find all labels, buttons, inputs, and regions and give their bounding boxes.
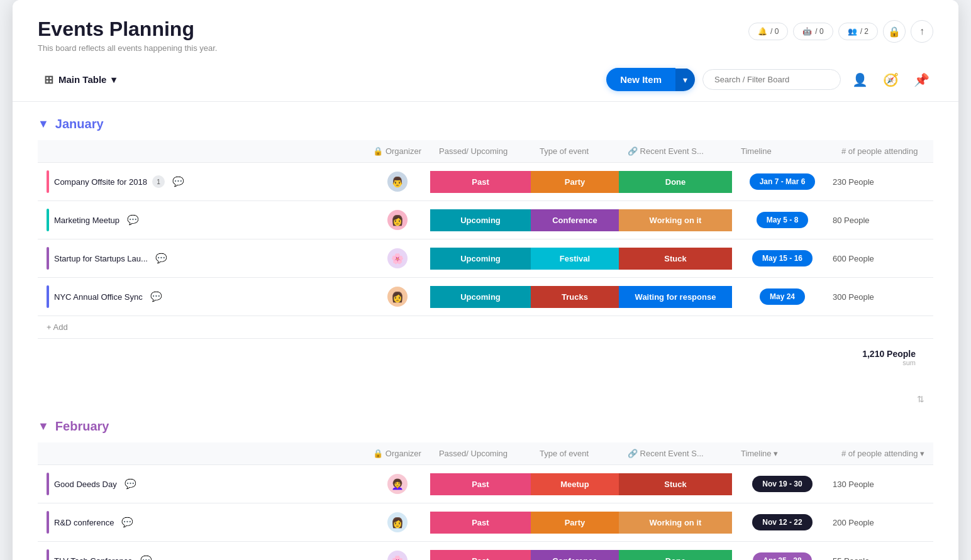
people-cell: 300 People [833, 278, 933, 316]
comment-icon[interactable]: 💬 [150, 291, 162, 302]
chevron-down-icon: ▾ [683, 75, 687, 85]
type-cell: Party [531, 503, 619, 542]
table-name: Main Table [58, 74, 106, 85]
row-color-bar [47, 170, 49, 193]
type-badge: Meetup [531, 473, 619, 495]
group-january: ▼ January 🔒 Organizer Passed/ Upcoming T… [38, 117, 933, 374]
event-status-cell: Stuck [619, 239, 732, 278]
february-chevron[interactable]: ▼ [38, 420, 49, 433]
new-item-button[interactable]: New Item [606, 68, 675, 91]
search-input[interactable] [702, 69, 841, 90]
organizer-cell: 👩‍🦱 [364, 465, 430, 503]
sort-arrow-icon: ▾ [774, 449, 778, 458]
comment-icon[interactable]: 💬 [127, 214, 139, 226]
feb-th-people: # of people attending ▾ [833, 442, 933, 465]
group-february-header: ▼ February [38, 419, 933, 434]
january-sum-label: sum [862, 359, 916, 366]
notifications-btn[interactable]: 🔔 / 0 [748, 23, 788, 40]
lock-icon: 🔒 [888, 26, 901, 38]
row-color-bar [47, 209, 49, 231]
january-title: January [55, 117, 104, 131]
feb-th-recent-event-status: 🔗 Recent Event S... [619, 442, 732, 465]
passed-upcoming-cell: Upcoming [430, 278, 531, 316]
type-cell: Festival [531, 239, 619, 278]
comment-icon[interactable]: 💬 [121, 517, 133, 528]
table-selector[interactable]: ⊞ Main Table ▾ [38, 69, 123, 91]
person-icon-btn[interactable]: 👤 [848, 70, 872, 90]
th-timeline: Timeline [732, 140, 833, 163]
upload-icon: ↑ [919, 26, 924, 37]
th-recent-event-status: 🔗 Recent Event S... [619, 140, 732, 163]
comment-icon[interactable]: 💬 [125, 478, 136, 490]
invite-btn[interactable]: 👥 / 2 [838, 23, 878, 40]
people-cell: 55 People [833, 542, 933, 561]
pin-icon: 📌 [914, 73, 929, 87]
row-name-cell: Startup for Startups Lau... 💬 [38, 239, 364, 278]
robot-icon: 🤖 [802, 27, 812, 36]
timeline-badge: May 24 [760, 288, 805, 305]
row-color-bar [47, 247, 49, 270]
table-row: R&D conference 💬 👩 Past Party Working on… [38, 503, 933, 542]
th-type-of-event: Type of event [531, 140, 619, 163]
header: Events Planning This board reflects all … [13, 0, 958, 58]
th-people: # of people attending [833, 140, 933, 163]
passed-upcoming-badge: Past [430, 171, 531, 193]
row-name-cell: Marketing Meetup 💬 [38, 201, 364, 239]
row-name-cell: Good Deeds Day 💬 [38, 465, 364, 503]
type-cell: Meetup [531, 465, 619, 503]
table-row: Good Deeds Day 💬 👩‍🦱 Past Meetup Stuck N… [38, 465, 933, 503]
people-cell: 200 People [833, 503, 933, 542]
passed-upcoming-cell: Past [430, 163, 531, 201]
type-badge: Conference [531, 550, 619, 561]
row-color-bar [47, 473, 49, 495]
new-item-dropdown-button[interactable]: ▾ [675, 69, 695, 91]
type-cell: Party [531, 163, 619, 201]
event-status-badge: Working on it [619, 209, 732, 231]
timeline-cell: Nov 19 - 30 [732, 465, 833, 503]
resize-handle[interactable]: ⇅ [917, 394, 924, 404]
notifications-count: / 0 [770, 27, 779, 36]
compass-icon-btn[interactable]: 🧭 [879, 70, 902, 90]
table-row: NYC Annual Office Sync 💬 👩 Upcoming Truc… [38, 278, 933, 316]
row-color-bar [47, 549, 49, 560]
organizer-cell: 🌸 [364, 239, 430, 278]
link-th-icon: 🔗 [628, 146, 638, 156]
event-status-badge: Stuck [619, 248, 732, 270]
comment-icon[interactable]: 💬 [140, 555, 152, 560]
comment-icon[interactable]: 💬 [155, 253, 167, 264]
january-chevron[interactable]: ▼ [38, 118, 49, 131]
row-name-text: R&D conference [54, 518, 114, 527]
comment-icon[interactable]: 💬 [172, 176, 184, 187]
people-cell: 80 People [833, 201, 933, 239]
passed-upcoming-badge: Upcoming [430, 286, 531, 308]
type-badge: Trucks [531, 286, 619, 308]
th-name [38, 140, 364, 163]
board-title: Events Planning [38, 18, 217, 41]
invite-count: / 2 [860, 27, 868, 36]
automations-btn[interactable]: 🤖 / 0 [793, 23, 833, 40]
row-name-cell: TLV Tech Conference 💬 [38, 542, 364, 561]
event-status-cell: Working on it [619, 201, 732, 239]
event-status-cell: Waiting for response [619, 278, 732, 316]
passed-upcoming-badge: Past [430, 473, 531, 495]
feb-th-timeline: Timeline ▾ [732, 442, 833, 465]
lock-btn[interactable]: 🔒 [883, 20, 906, 43]
feb-th-type-of-event: Type of event [531, 442, 619, 465]
timeline-badge: Jan 7 - Mar 6 [750, 173, 816, 190]
timeline-badge: Nov 19 - 30 [752, 476, 812, 492]
table-row: Startup for Startups Lau... 💬 🌸 Upcoming… [38, 239, 933, 278]
passed-upcoming-badge: Past [430, 512, 531, 534]
people-cell: 130 People [833, 465, 933, 503]
pin-icon-btn[interactable]: 📌 [910, 70, 933, 90]
event-status-cell: Done [619, 163, 732, 201]
event-status-badge: Waiting for response [619, 286, 732, 308]
upload-btn[interactable]: ↑ [911, 20, 933, 43]
organizer-cell: 👩 [364, 278, 430, 316]
feb-lock-th-icon: 🔒 [373, 449, 383, 458]
board-subtitle: This board reflects all events happening… [38, 43, 217, 53]
timeline-cell: Jan 7 - Mar 6 [732, 163, 833, 201]
organizer-cell: 🌸 [364, 542, 430, 561]
passed-upcoming-cell: Upcoming [430, 239, 531, 278]
january-add-row[interactable]: + Add [38, 316, 933, 338]
organizer-cell: 👩 [364, 201, 430, 239]
